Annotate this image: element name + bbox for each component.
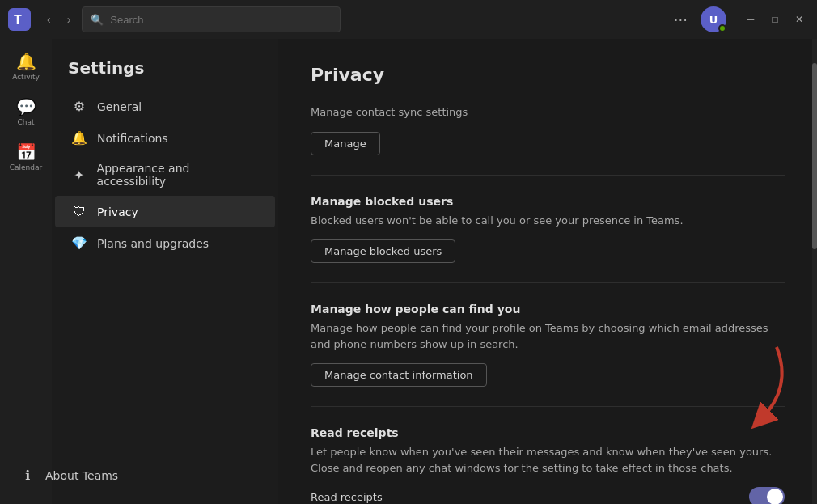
appearance-icon: ✦ [71,167,87,183]
manage-contact-info-button[interactable]: Manage contact information [311,363,487,387]
sidebar-item-appearance[interactable]: ✦ Appearance and accessibility [55,154,275,196]
sidebar-item-calendar[interactable]: 📅 Calendar [3,136,49,178]
settings-sidebar: Settings ⚙ General 🔔 Notifications ✦ App… [52,39,278,504]
forward-button[interactable]: › [62,10,76,29]
read-receipts-toggle[interactable] [749,487,785,504]
notifications-icon: 🔔 [71,130,87,146]
back-button[interactable]: ‹ [42,10,56,29]
section-contact-sync: Manage contact sync settings Manage [311,104,785,176]
main-layout: 🔔 Activity 💬 Chat 📅 Calendar Settings ⚙ … [0,39,817,504]
calendar-label: Calendar [10,163,42,172]
general-label: General [97,100,142,113]
plans-icon: 💎 [71,235,87,251]
section-blocked-users: Manage blocked users Blocked users won't… [311,195,785,284]
manage-button[interactable]: Manage [311,132,380,155]
contact-sync-desc: Manage contact sync settings [311,104,785,121]
toggle-knob [767,489,783,504]
manage-blocked-users-button[interactable]: Manage blocked users [311,239,455,263]
page-title: Privacy [311,65,785,85]
content-area: Privacy Manage contact sync settings Man… [278,39,817,504]
activity-icon: 🔔 [16,52,36,71]
more-options-button[interactable]: ··· [667,8,694,32]
online-indicator [718,24,726,32]
read-receipts-title: Read receipts [311,426,785,439]
calendar-icon: 📅 [16,142,36,162]
sidebar-item-activity[interactable]: 🔔 Activity [3,45,49,87]
section-read-receipts: Read receipts Let people know when you'v… [311,426,785,504]
sidebar-title: Settings [52,52,278,91]
section-find-you: Manage how people can find you Manage ho… [311,303,785,407]
sidebar-item-general[interactable]: ⚙ General [55,91,275,122]
svg-text:T: T [14,13,22,27]
privacy-label: Privacy [97,205,138,218]
chat-label: Chat [17,118,34,126]
search-input[interactable] [110,14,332,26]
scrollbar-thumb[interactable] [812,63,817,249]
close-button[interactable]: ✕ [788,8,811,31]
teams-logo-icon: T [6,6,32,32]
scrollbar-track [812,39,817,504]
minimize-button[interactable]: ─ [739,8,762,31]
avatar-initials: U [709,14,718,26]
avatar[interactable]: U [701,6,726,32]
search-icon: 🔍 [91,14,104,26]
blocked-users-desc: Blocked users won't be able to call you … [311,213,785,229]
window-controls: ─ □ ✕ [739,8,811,31]
search-bar: 🔍 [82,6,341,32]
plans-label: Plans and upgrades [97,237,209,250]
sidebar-item-chat[interactable]: 💬 Chat [3,91,49,133]
left-nav: 🔔 Activity 💬 Chat 📅 Calendar [0,39,52,504]
titlebar: T ‹ › 🔍 ··· U ─ □ ✕ [0,0,817,39]
read-receipts-row: Read receipts [311,487,785,504]
general-icon: ⚙ [71,99,87,114]
read-receipts-label: Read receipts [311,491,383,503]
notifications-label: Notifications [97,132,168,145]
blocked-users-title: Manage blocked users [311,195,785,208]
find-you-title: Manage how people can find you [311,303,785,316]
sidebar-item-plans[interactable]: 💎 Plans and upgrades [55,227,275,259]
sidebar-item-notifications[interactable]: 🔔 Notifications [55,122,275,154]
maximize-button[interactable]: □ [764,8,786,31]
about-label: About Teams [52,469,118,482]
appearance-label: Appearance and accessibility [97,162,259,188]
read-receipts-desc: Let people know when you've seen their m… [311,444,785,476]
chat-icon: 💬 [16,97,36,116]
sidebar-item-privacy[interactable]: 🛡 Privacy [55,196,275,227]
activity-label: Activity [12,73,40,81]
privacy-icon: 🛡 [71,204,87,219]
find-you-desc: Manage how people can find your profile … [311,320,785,352]
sidebar-item-about[interactable]: ℹ About Teams [52,460,230,491]
